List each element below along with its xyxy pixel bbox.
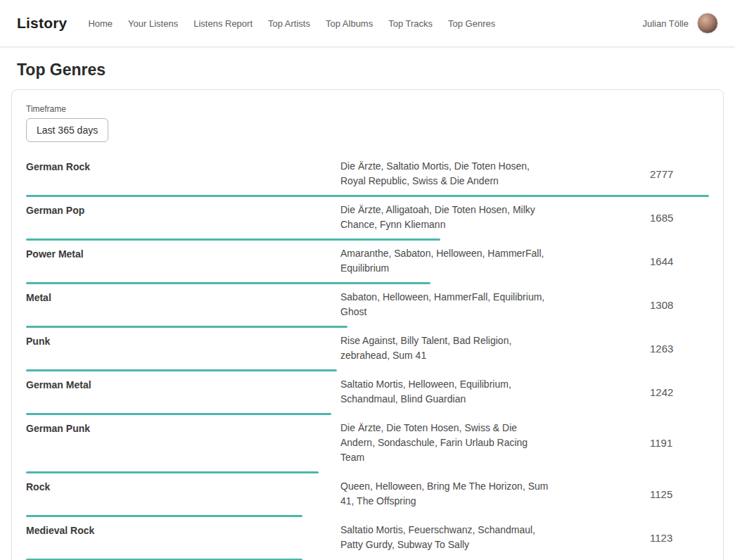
top-genres-card: Timeframe Last 365 days German Rock Die … xyxy=(11,89,724,560)
page-title: Top Genres xyxy=(17,61,718,79)
nav-top-genres[interactable]: Top Genres xyxy=(448,18,495,29)
nav-top-albums[interactable]: Top Albums xyxy=(326,18,373,29)
timeframe-select[interactable]: Last 365 days xyxy=(26,118,108,142)
genre-name: Medieval Rock xyxy=(26,523,340,552)
genre-name: German Pop xyxy=(26,203,340,232)
genre-artists: Die Ärzte, Die Toten Hosen, Swiss & Die … xyxy=(340,421,551,465)
genre-artists: Saltatio Mortis, Helloween, Equilibrium,… xyxy=(340,377,551,407)
app-logo[interactable]: Listory xyxy=(17,15,67,32)
nav-top-artists[interactable]: Top Artists xyxy=(268,18,310,29)
genre-row: Punk Rise Against, Billy Talent, Bad Rel… xyxy=(26,328,709,371)
genre-count: 1308 xyxy=(650,299,709,311)
genre-count: 1644 xyxy=(650,255,709,267)
nav-your-listens[interactable]: Your Listens xyxy=(128,18,178,29)
genre-artists: Amaranthe, Sabaton, Helloween, HammerFal… xyxy=(340,246,551,276)
genre-artists: Die Ärzte, Alligatoah, Die Toten Hosen, … xyxy=(340,203,551,232)
genre-row: Rock Queen, Helloween, Bring Me The Hori… xyxy=(26,473,709,517)
genre-name: German Rock xyxy=(26,159,340,189)
genre-name: Rock xyxy=(26,479,340,509)
genre-name: German Metal xyxy=(26,377,340,407)
genre-name: Power Metal xyxy=(26,246,340,276)
genre-count: 1263 xyxy=(650,343,709,355)
user-avatar[interactable] xyxy=(697,13,718,34)
genre-row: German Metal Saltatio Mortis, Helloween,… xyxy=(26,371,709,415)
genre-name: German Punk xyxy=(26,421,340,465)
genre-artists: Saltatio Mortis, Feuerschwanz, Schandmau… xyxy=(340,523,551,552)
genre-row: Medieval Rock Saltatio Mortis, Feuerschw… xyxy=(26,517,709,560)
nav-home[interactable]: Home xyxy=(88,18,113,29)
genre-row: German Punk Die Ärzte, Die Toten Hosen, … xyxy=(26,415,709,473)
genre-artists: Rise Against, Billy Talent, Bad Religion… xyxy=(340,333,551,363)
genre-row: Metal Sabaton, Helloween, HammerFall, Eq… xyxy=(26,284,709,328)
genre-count: 1191 xyxy=(650,437,709,449)
genre-artists: Queen, Helloween, Bring Me The Horizon, … xyxy=(340,479,551,509)
genre-row: Power Metal Amaranthe, Sabaton, Hellowee… xyxy=(26,241,709,284)
genre-row: German Pop Die Ärzte, Alligatoah, Die To… xyxy=(26,197,709,241)
genre-count: 1685 xyxy=(650,212,709,224)
genre-count: 1242 xyxy=(650,386,709,398)
genre-count: 1125 xyxy=(650,488,709,500)
genre-name: Metal xyxy=(26,290,340,319)
genre-artists: Die Ärzte, Saltatio Mortis, Die Toten Ho… xyxy=(340,159,551,189)
header-user-area: Julian Tölle xyxy=(642,13,718,34)
timeframe-label: Timeframe xyxy=(26,104,709,114)
genre-count: 1123 xyxy=(650,532,709,544)
top-navbar: Listory HomeYour ListensListens ReportTo… xyxy=(0,0,735,46)
main-nav: HomeYour ListensListens ReportTop Artist… xyxy=(88,18,495,29)
genre-artists: Sabaton, Helloween, HammerFall, Equilibr… xyxy=(340,290,551,319)
genre-count: 2777 xyxy=(650,168,709,180)
genre-name: Punk xyxy=(26,333,340,363)
nav-listens-report[interactable]: Listens Report xyxy=(193,18,253,29)
genre-table: German Rock Die Ärzte, Saltatio Mortis, … xyxy=(26,153,709,560)
user-name: Julian Tölle xyxy=(642,18,689,29)
genre-row: German Rock Die Ärzte, Saltatio Mortis, … xyxy=(26,153,709,197)
nav-top-tracks[interactable]: Top Tracks xyxy=(388,18,433,29)
